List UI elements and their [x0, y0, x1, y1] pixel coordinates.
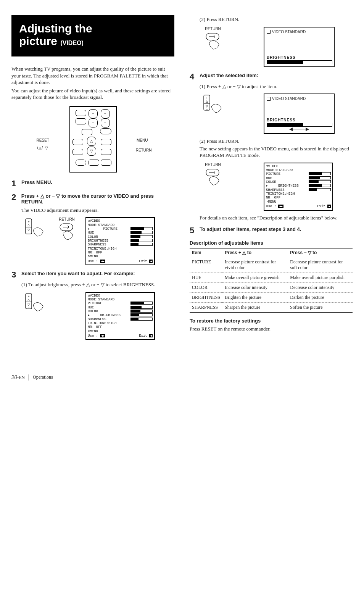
osd-big-bot: BRIGHTNESS ◀────▶ — [267, 118, 332, 131]
svg-text:△: △ — [27, 223, 30, 227]
col-minus: Press − ▽ to — [288, 248, 353, 257]
hand-return-fig: RETURN — [200, 163, 226, 190]
step4-sub2b: The new setting appears in the VIDEO men… — [200, 145, 353, 159]
title-line1: Adjusting the — [19, 22, 167, 35]
item-minus: Make overall picture purplish — [288, 273, 353, 283]
remote-btn — [82, 129, 92, 135]
step-number: 2 — [11, 193, 18, 205]
remote-btn — [72, 149, 83, 155]
table-row: COLOR Increase color intensity Decrease … — [190, 283, 353, 293]
osd-row: COLOR — [88, 235, 153, 239]
item-plus: Increase picture contrast for vivid colo… — [222, 257, 288, 273]
step2-body: The VIDEO adjustment menu appears. — [21, 207, 174, 214]
step-2: 2 Press + △ or − ▽ to move the cursor to… — [11, 193, 174, 205]
osd-row: PICTURE — [88, 302, 153, 305]
osd-mode: MODE:STANDARD — [266, 168, 331, 172]
left-column: Adjusting the picture (VIDEO) When watch… — [11, 15, 174, 344]
step4-note-text: For details on each item, see "Descripti… — [200, 215, 353, 221]
svg-text:+: + — [27, 294, 29, 298]
brightness-bar — [267, 123, 332, 127]
intro-p2: You can adjust the picture of video inpu… — [11, 87, 174, 101]
svg-text:△: △ — [27, 298, 30, 302]
item-plus: Make overall picture greenish — [222, 273, 288, 283]
osd-row: ⊃MENU — [88, 255, 153, 258]
step3-cont: (2) Press RETURN. — [200, 16, 353, 23]
remote-btn — [101, 160, 111, 166]
osd-row: HUE — [266, 176, 331, 180]
table-row: SHARPNESS Sharpen the picture Soften the… — [190, 303, 353, 313]
osd-foot: Use : ◀▶Exit ◀ — [88, 334, 153, 338]
osd-row: BRIGHTNESS — [88, 239, 153, 243]
step5-head: To adjust other items, repeat steps 3 an… — [200, 226, 301, 235]
table-row: BRIGHTNESS Brighten the picture Darken t… — [190, 293, 353, 303]
page-columns: Adjusting the picture (VIDEO) When watch… — [11, 15, 353, 344]
item-minus: Soften the picture — [288, 303, 353, 313]
page-footer: 20-EN Operations — [11, 374, 353, 381]
title-line2: picture (VIDEO) — [19, 35, 167, 47]
table-header-row: Item Press + △ to Press − ▽ to — [190, 248, 353, 257]
col-item: Item — [190, 248, 222, 257]
hand-updown-icon: + △ ▽ − — [23, 217, 46, 239]
osd-row: ⊃MENU — [266, 200, 331, 204]
osd-row: BRIGHTNESS — [266, 184, 331, 188]
item-minus: Decrease picture contrast for soft color — [288, 257, 353, 273]
svg-text:−: − — [206, 107, 208, 111]
remote-arrows-label: +△/−▽ — [37, 146, 48, 150]
remote-btn — [89, 160, 99, 166]
step4-figs1: + △ ▽ − VIDEO STANDARD BRIGHTNESS ◀────▶ — [200, 94, 353, 134]
hand-return-icon — [201, 168, 224, 189]
item-name: COLOR — [190, 283, 222, 293]
osd-row: SHARPNESS — [88, 318, 153, 321]
svg-text:+: + — [27, 219, 29, 223]
osd-row: PICTURE — [266, 172, 331, 176]
remote-down-btn: ▽ — [87, 147, 96, 156]
return-label: RETURN — [200, 27, 226, 31]
svg-text:△: △ — [206, 100, 208, 103]
remote-btn — [76, 110, 86, 116]
osd-title: ⊡VIDEO — [266, 165, 331, 168]
osd-row: NR: OFF — [88, 251, 153, 255]
step-5: 5 To adjust other items, repeat steps 3 … — [190, 226, 353, 235]
step-number: 5 — [190, 226, 196, 235]
item-minus: Decrease color intensity — [288, 283, 353, 293]
item-plus: Sharpen the picture — [222, 303, 288, 313]
step4-head: Adjust the selected item: — [200, 73, 258, 81]
step4-figs2: RETURN ⊡VIDEO MODE:STANDARD PICTURE HUE … — [200, 163, 353, 211]
footer-section: Operations — [33, 374, 53, 380]
osd-mode: MODE:STANDARD — [88, 223, 153, 227]
brightness-label: BRIGHTNESS — [267, 118, 332, 122]
intro-p1: When watching TV programs, you can adjus… — [11, 66, 174, 86]
hand-return-icon — [201, 32, 224, 53]
hand-updown-fig: + △ ▽ − — [200, 94, 226, 116]
osd-big-title: VIDEO STANDARD — [267, 97, 332, 101]
arrow-both-icon: ◀────▶ — [267, 127, 332, 131]
hand-return-fig: RETURN — [200, 27, 226, 55]
step4-body: (1) Press + △ or − ▽ to adjust the item. — [200, 83, 353, 90]
osd-row: NR: OFF — [88, 325, 153, 329]
osd-title: ⊡VIDEO — [88, 219, 153, 223]
osd-row: PICTURE — [88, 227, 153, 231]
step3-head: Select the item you want to adjust. For … — [21, 271, 135, 279]
osd-row: SHARPNESS — [266, 188, 331, 192]
right-column: (2) Press RETURN. RETURN VIDEO STANDARD … — [190, 15, 353, 344]
svg-text:+: + — [206, 96, 208, 100]
osd-foot: Use : ◀▶Exit ◀ — [88, 260, 153, 263]
osd-row: ⊃MENU — [88, 329, 153, 333]
step-4: 4 Adjust the selected item: — [190, 73, 353, 81]
hand-updown-icon: + △ ▽ − — [201, 94, 224, 115]
table-row: PICTURE Increase picture contrast for vi… — [190, 257, 353, 273]
osd-brightness-screen-2: VIDEO STANDARD BRIGHTNESS ◀────▶ — [264, 94, 335, 134]
page-number: 20-EN — [11, 374, 25, 381]
hand-updown-fig: + △ ▽ − — [21, 292, 48, 315]
remote-return-btn — [101, 149, 111, 155]
step4-note: For details on each item, see "Descripti… — [200, 215, 353, 221]
remote-btn — [76, 118, 86, 124]
osd-row: BRIGHTNESS — [88, 313, 153, 317]
remote-reset-btn — [72, 139, 83, 145]
description-heading: Description of adjustable items — [190, 240, 353, 246]
osd-row: TRINITONE:HIGH — [88, 321, 153, 325]
restore-heading: To restore the factory settings — [190, 318, 353, 324]
step4-body2: (2) Press RETURN. The new setting appear… — [200, 138, 353, 159]
svg-text:−: − — [27, 306, 29, 310]
osd-title: ⊡VIDEO — [88, 294, 153, 298]
